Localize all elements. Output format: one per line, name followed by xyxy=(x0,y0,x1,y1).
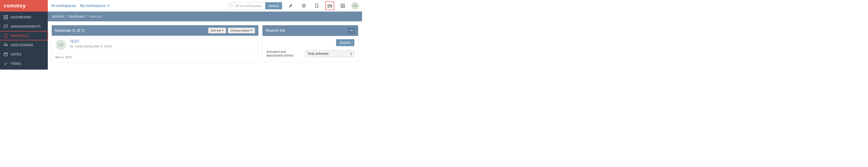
content-area: Materials (1 of 1) Sort list Choose acti… xyxy=(48,21,362,66)
activation-filter-select[interactable]: Only activated ▴▾ xyxy=(305,50,354,57)
folder-open-icon[interactable] xyxy=(326,1,334,10)
svg-rect-2 xyxy=(4,18,5,19)
search-input[interactable] xyxy=(228,3,265,9)
materials-panel-title: Materials (1 of 1) xyxy=(55,28,85,33)
sidebar-item-label: DISCUSSIONS xyxy=(11,43,33,47)
svg-rect-3 xyxy=(6,18,8,19)
grid-icon[interactable] xyxy=(338,1,347,10)
breadcrumb-dashboard[interactable]: Dashboard xyxy=(68,14,84,18)
breadcrumb-current: Materials xyxy=(89,14,102,18)
help-icon[interactable] xyxy=(300,1,308,10)
collapse-panel-button[interactable] xyxy=(348,28,355,34)
filter-label: Activated and deactivated entries xyxy=(266,50,302,57)
svg-rect-0 xyxy=(4,15,5,17)
sidebar-nav: DASHBOARD ANNOUNCEMENTS MATERIALS DISCUS… xyxy=(0,11,48,68)
material-item[interactable]: LD TEST By: Linda Dylong (Mar 9, 2023) xyxy=(52,36,258,54)
all-workspaces-link[interactable]: All workspaces xyxy=(51,4,76,8)
search-wrap: Search xyxy=(228,2,282,9)
sidebar-item-label: TASKS xyxy=(11,62,21,65)
restrict-panel: Restrict list Restrict Activated and dea… xyxy=(262,25,358,62)
sort-list-button[interactable]: Sort list xyxy=(208,28,226,33)
sidebar: commsy DASHBOARD ANNOUNCEMENTS MATERIALS xyxy=(0,0,48,70)
sidebar-item-label: DASHBOARD xyxy=(11,15,31,19)
restrict-button[interactable]: Restrict xyxy=(336,39,354,46)
material-title-link[interactable]: TEST xyxy=(70,39,112,44)
sort-list-label: Sort list xyxy=(211,29,221,32)
sidebar-item-dashboard[interactable]: DASHBOARD xyxy=(0,12,48,22)
svg-rect-11 xyxy=(343,6,345,8)
bookmark-icon[interactable] xyxy=(312,1,321,10)
discussion-icon xyxy=(4,43,8,47)
choose-action-button[interactable]: Choose action xyxy=(228,28,255,33)
search-icon xyxy=(230,4,233,7)
logo-text: commsy xyxy=(4,3,26,9)
my-workspaces-label: My workspaces xyxy=(80,4,105,8)
dashboard-icon xyxy=(4,15,8,19)
materials-panel-header: Materials (1 of 1) Sort list Choose acti… xyxy=(52,25,258,36)
all-workspaces-label: All workspaces xyxy=(51,4,76,8)
sidebar-item-announcements[interactable]: ANNOUNCEMENTS xyxy=(0,22,48,31)
sidebar-item-label: ANNOUNCEMENTS xyxy=(11,25,41,28)
search-button[interactable]: Search xyxy=(265,2,282,9)
breadcrumb-root[interactable]: AGORA xyxy=(52,14,64,18)
caret-down-icon xyxy=(222,30,223,31)
topbar: All workspaces My workspaces Search xyxy=(48,0,362,11)
svg-point-5 xyxy=(230,4,232,6)
svg-rect-10 xyxy=(341,6,342,8)
app-logo[interactable]: commsy xyxy=(0,0,48,11)
wrench-icon[interactable] xyxy=(286,1,295,10)
sidebar-item-tasks[interactable]: TASKS xyxy=(0,59,48,68)
svg-rect-1 xyxy=(6,15,8,17)
sidebar-item-dates[interactable]: DATES xyxy=(0,49,48,59)
materials-panel: Materials (1 of 1) Sort list Choose acti… xyxy=(52,25,258,62)
chevron-down-icon xyxy=(107,5,110,7)
svg-rect-9 xyxy=(343,4,345,5)
breadcrumb-separator: / xyxy=(86,14,87,18)
material-byline: By: Linda Dylong (Mar 9, 2023) xyxy=(70,44,112,48)
restrict-panel-header: Restrict list xyxy=(262,25,358,36)
sidebar-item-label: MATERIALS xyxy=(11,34,29,38)
calendar-icon xyxy=(4,52,8,56)
material-date: Mar 9, 2023 xyxy=(52,54,258,62)
svg-rect-8 xyxy=(341,4,342,5)
check-icon xyxy=(4,62,8,66)
breadcrumb-separator: / xyxy=(66,14,67,18)
choose-action-label: Choose action xyxy=(230,29,250,32)
breadcrumb: AGORA / Dashboard / Materials xyxy=(48,11,362,21)
document-icon xyxy=(4,34,8,38)
caret-down-icon xyxy=(251,30,252,31)
sidebar-item-materials[interactable]: MATERIALS xyxy=(0,31,48,40)
sidebar-item-discussions[interactable]: DISCUSSIONS xyxy=(0,40,48,49)
main-area: All workspaces My workspaces Search xyxy=(48,0,362,70)
select-updown-icon: ▴▾ xyxy=(351,52,352,55)
author-avatar: LD xyxy=(56,39,66,50)
restrict-panel-title: Restrict list xyxy=(266,28,285,33)
my-workspaces-dropdown[interactable]: My workspaces xyxy=(80,4,110,8)
user-avatar[interactable]: LD xyxy=(351,2,359,9)
sidebar-item-label: DATES xyxy=(11,53,21,56)
filter-value: Only activated xyxy=(308,52,329,56)
svg-rect-4 xyxy=(4,53,7,56)
chat-bubble-icon xyxy=(4,24,8,29)
